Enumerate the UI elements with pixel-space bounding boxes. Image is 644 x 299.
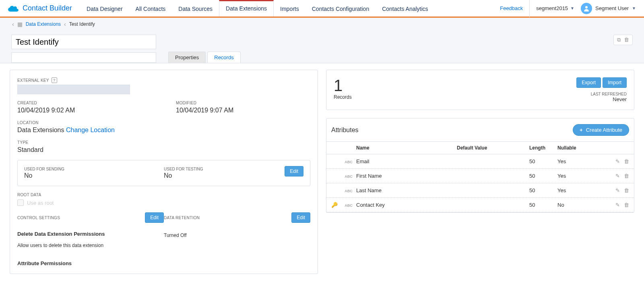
table-header: Name Default Value Length Nullable: [326, 141, 634, 154]
edit-icon[interactable]: ✎: [615, 202, 620, 208]
attr-length: 50: [529, 158, 557, 164]
location-label: LOCATION: [17, 120, 310, 125]
attributes-card: Attributes + Create Attribute Name Defau…: [326, 118, 634, 213]
trash-icon[interactable]: 🗑: [624, 202, 629, 208]
used-testing-label: USED FOR TESTING: [164, 167, 303, 171]
table-row[interactable]: 🔑ABCContact Key50No✎🗑: [326, 198, 634, 212]
help-icon[interactable]: ?: [52, 77, 57, 83]
import-button[interactable]: Import: [603, 77, 627, 88]
edit-sending-button[interactable]: Edit: [285, 166, 303, 176]
nav-tabs: Data DesignerAll ContactsData SourcesDat…: [80, 0, 500, 17]
used-testing-value: No: [164, 172, 303, 179]
attr-nullable: Yes: [557, 173, 606, 179]
table-row[interactable]: ABCFirst Name50Yes✎🗑: [326, 169, 634, 183]
chevron-down-icon: ▼: [632, 6, 636, 10]
external-key-field: [17, 85, 130, 94]
svg-point-0: [585, 6, 588, 8]
type-icon: ABC: [343, 187, 355, 193]
nav-right: Feedback segment2015 ▼ Segment User ▼: [500, 0, 644, 17]
table-row[interactable]: ABCLast Name50Yes✎🗑: [326, 183, 634, 198]
use-as-root-label: Use as root: [27, 200, 54, 206]
extension-name-input[interactable]: [11, 35, 156, 49]
nav-tab-contacts-configuration[interactable]: Contacts Configuration: [305, 0, 376, 17]
attr-name: First Name: [355, 173, 457, 179]
trash-icon[interactable]: 🗑: [624, 158, 629, 164]
type-icon: ABC: [343, 173, 355, 179]
grid-icon[interactable]: ▦: [17, 21, 23, 27]
location-value: Data Extensions Change Location: [17, 127, 310, 134]
key-icon: 🔑: [326, 202, 343, 208]
app-title: Contact Builder: [23, 4, 72, 12]
trash-icon[interactable]: 🗑: [624, 37, 629, 43]
account-name: segment2015: [536, 5, 568, 11]
attributes-table: Name Default Value Length Nullable ABCEm…: [326, 141, 634, 212]
attr-name: Last Name: [355, 187, 457, 193]
external-key-label: EXTERNAL KEY ?: [17, 77, 310, 83]
edit-icon[interactable]: ✎: [615, 173, 620, 179]
attribute-permissions-title: Attribute Permissions: [17, 260, 164, 266]
feedback-link[interactable]: Feedback: [500, 5, 523, 11]
copy-icon[interactable]: ⧉: [617, 37, 621, 43]
type-label: TYPE: [17, 140, 310, 145]
account-selector[interactable]: segment2015 ▼: [529, 0, 574, 17]
attr-nullable: Yes: [557, 158, 606, 164]
nav-tab-data-sources[interactable]: Data Sources: [172, 0, 219, 17]
chevron-icon: ‹: [64, 21, 66, 27]
change-location-link[interactable]: Change Location: [66, 127, 115, 133]
trash-icon[interactable]: 🗑: [624, 187, 629, 193]
edit-icon[interactable]: ✎: [615, 158, 620, 164]
chevron-down-icon: ▼: [570, 6, 574, 10]
edit-icon[interactable]: ✎: [615, 187, 620, 193]
records-label: Records: [334, 94, 352, 100]
create-attribute-button[interactable]: + Create Attribute: [573, 124, 629, 136]
table-row[interactable]: ABCEmail50Yes✎🗑: [326, 154, 634, 169]
created-label: CREATED: [17, 101, 152, 105]
modified-label: MODIFIED: [176, 101, 310, 105]
used-sending-value: No: [24, 172, 164, 179]
user-name: Segment User: [595, 5, 629, 11]
col-default: Default Value: [457, 145, 529, 151]
attr-nullable: Yes: [557, 187, 606, 193]
edit-data-retention-button[interactable]: Edit: [291, 212, 310, 223]
trash-icon[interactable]: 🗑: [624, 173, 629, 179]
attr-length: 50: [529, 187, 557, 193]
col-name: Name: [355, 145, 457, 151]
modified-value: 10/04/2019 9:07 AM: [176, 107, 310, 114]
attr-nullable: No: [557, 202, 606, 208]
delete-permissions-title: Delete Data Extension Permissions: [17, 231, 164, 237]
type-icon: ABC: [343, 158, 355, 164]
nav-tab-imports[interactable]: Imports: [274, 0, 305, 17]
sending-testing-box: USED FOR SENDING No USED FOR TESTING No …: [17, 160, 310, 186]
user-menu[interactable]: Segment User ▼: [581, 3, 636, 14]
nav-tab-data-extensions[interactable]: Data Extensions: [219, 0, 274, 17]
tab-records[interactable]: Records: [207, 52, 240, 63]
used-sending-label: USED FOR SENDING: [24, 167, 164, 171]
export-button[interactable]: Export: [576, 77, 601, 88]
records-card: 1 Records Export Import LAST REFRESHED N…: [326, 70, 634, 110]
title-area: PropertiesRecords ⧉ 🗑: [0, 31, 644, 63]
extension-description-input[interactable]: [11, 52, 156, 63]
back-icon[interactable]: ‹: [12, 21, 14, 27]
edit-control-settings-button[interactable]: Edit: [145, 212, 164, 223]
attr-length: 50: [529, 202, 557, 208]
avatar-icon: [581, 3, 592, 14]
control-settings-label: CONTROL SETTINGS: [17, 216, 60, 220]
salesforce-cloud-icon: [8, 5, 19, 12]
breadcrumb-link[interactable]: Data Extensions: [26, 21, 61, 27]
data-retention-label: DATA RETENTION: [164, 216, 200, 220]
tab-properties[interactable]: Properties: [168, 52, 206, 63]
type-value: Standard: [17, 146, 310, 154]
nav-tab-all-contacts[interactable]: All Contacts: [129, 0, 172, 17]
type-icon: ABC: [343, 202, 355, 208]
action-icon-group: ⧉ 🗑: [613, 35, 633, 45]
root-data-label: ROOT DATA: [17, 193, 310, 197]
attr-length: 50: [529, 173, 557, 179]
logo-area: Contact Builder: [0, 4, 80, 12]
col-nullable: Nullable: [557, 145, 606, 151]
content-tabs: PropertiesRecords: [168, 52, 242, 63]
top-nav: Contact Builder Data DesignerAll Contact…: [0, 0, 644, 18]
nav-tab-contacts-analytics[interactable]: Contacts Analytics: [376, 0, 434, 17]
main-content: EXTERNAL KEY ? CREATED 10/04/2019 9:02 A…: [0, 63, 644, 280]
records-count: 1: [334, 77, 352, 93]
nav-tab-data-designer[interactable]: Data Designer: [80, 0, 129, 17]
